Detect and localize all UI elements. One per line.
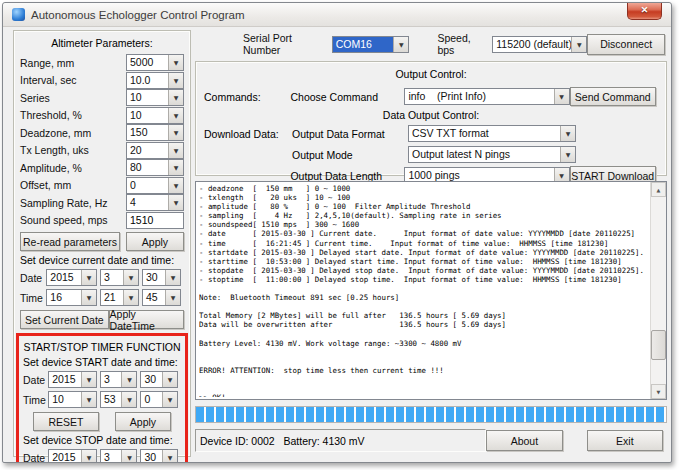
stop-month-select[interactable]: 3▼: [100, 449, 138, 463]
current-month-select[interactable]: 3▼: [100, 269, 139, 286]
exit-button[interactable]: Exit: [587, 430, 663, 451]
close-icon[interactable]: ✕: [627, 3, 662, 20]
start-hour-select[interactable]: 10▼: [48, 391, 97, 408]
start-apply-button[interactable]: Apply: [115, 412, 171, 431]
start-minute-value: 53: [101, 392, 122, 407]
chevron-down-icon[interactable]: ▼: [168, 160, 183, 175]
chevron-down-icon[interactable]: ▼: [162, 392, 177, 407]
disconnect-button[interactable]: Disconnect: [587, 34, 665, 55]
start-day-value: 30: [141, 372, 162, 387]
start-minute-select[interactable]: 53▼: [100, 391, 138, 408]
start-buttons-row: RESET Apply: [23, 412, 181, 431]
choose-command-label: Choose Command: [290, 91, 404, 103]
chevron-down-icon[interactable]: ▼: [554, 89, 569, 104]
footer-row: Device ID: 0002 Battery: 4130 mV About E…: [195, 429, 667, 452]
chevron-down-icon[interactable]: ▼: [162, 372, 177, 387]
start-time-row: Time 10▼ 53▼ 0▼: [23, 390, 181, 409]
chevron-down-icon[interactable]: ▼: [123, 270, 138, 285]
chevron-down-icon[interactable]: ▼: [571, 37, 586, 52]
scroll-down-icon[interactable]: ▼: [651, 384, 666, 399]
command-select[interactable]: info (Print Info)▼: [404, 88, 569, 105]
current-minute-select[interactable]: 21▼: [100, 289, 139, 306]
range-label: Range, mm: [20, 57, 74, 69]
log-text: - deadzone [ 150 mm ] 0 ~ 1000 - txlengt…: [199, 184, 648, 397]
log-scrollbar[interactable]: ▲ ▼: [650, 182, 666, 399]
chevron-down-icon[interactable]: ▼: [121, 450, 136, 463]
chevron-down-icon[interactable]: ▼: [81, 290, 96, 305]
chevron-down-icon[interactable]: ▼: [121, 372, 136, 387]
about-button[interactable]: About: [486, 430, 562, 451]
current-time-row: Time 16▼ 21▼ 45▼: [20, 288, 184, 307]
start-month-value: 3: [101, 372, 122, 387]
chevron-down-icon[interactable]: ▼: [560, 147, 575, 162]
stop-year-select[interactable]: 2015▼: [48, 449, 97, 463]
apply-datetime-button[interactable]: Apply DateTime: [109, 310, 184, 329]
series-select[interactable]: 10▼: [126, 89, 184, 106]
app-icon: [12, 8, 25, 21]
chevron-down-icon[interactable]: ▼: [168, 108, 183, 123]
chevron-down-icon[interactable]: ▼: [121, 392, 136, 407]
chevron-down-icon[interactable]: ▼: [560, 126, 575, 141]
range-value: 5000: [127, 55, 168, 70]
offset-select[interactable]: 0▼: [126, 177, 184, 194]
amplitude-select[interactable]: 80▼: [126, 159, 184, 176]
current-second-select[interactable]: 45▼: [142, 289, 181, 306]
chevron-down-icon[interactable]: ▼: [81, 270, 96, 285]
chevron-down-icon[interactable]: ▼: [81, 450, 96, 463]
start-year-select[interactable]: 2015▼: [48, 371, 97, 388]
chevron-down-icon[interactable]: ▼: [168, 143, 183, 158]
chevron-down-icon[interactable]: ▼: [168, 90, 183, 105]
send-command-button[interactable]: Send Command: [570, 87, 656, 106]
param-row-deadzone: Deadzone, mm 150▼: [20, 124, 184, 142]
chevron-down-icon[interactable]: ▼: [81, 372, 96, 387]
start-month-select[interactable]: 3▼: [100, 371, 138, 388]
stop-date-row: Date 2015▼ 3▼ 30▼: [23, 448, 181, 463]
scroll-up-icon[interactable]: ▲: [651, 182, 666, 197]
set-current-date-button[interactable]: Set Current Date: [20, 310, 109, 329]
threshold-value: 10: [127, 108, 168, 123]
chevron-down-icon[interactable]: ▼: [168, 178, 183, 193]
txlength-select[interactable]: 20▼: [126, 142, 184, 159]
threshold-label: Threshold, %: [20, 109, 82, 121]
range-select[interactable]: 5000▼: [126, 54, 184, 71]
chevron-down-icon[interactable]: ▼: [168, 55, 183, 70]
speed-select[interactable]: 115200 (default)▼: [492, 36, 587, 53]
serial-port-select[interactable]: COM16▼: [332, 36, 410, 53]
data-output-control-heading: Data Output Control:: [196, 109, 666, 121]
current-year-select[interactable]: 2015▼: [46, 269, 97, 286]
output-control-group: Output Control: Commands: Choose Command…: [195, 61, 667, 176]
start-reset-button[interactable]: RESET: [33, 412, 99, 431]
current-hour-select[interactable]: 16▼: [46, 289, 97, 306]
current-month-value: 3: [101, 270, 123, 285]
date-label: Date: [23, 374, 48, 386]
serial-port-label: Serial Port Number: [243, 32, 322, 56]
chevron-down-icon[interactable]: ▼: [123, 290, 138, 305]
log-output-area[interactable]: - deadzone [ 150 mm ] 0 ~ 1000 - txlengt…: [195, 181, 667, 400]
deadzone-select[interactable]: 150▼: [126, 124, 184, 141]
current-day-select[interactable]: 30▼: [142, 269, 181, 286]
reread-parameters-button[interactable]: Re-read parameters: [20, 232, 120, 251]
offset-label: Offset, mm: [20, 179, 71, 191]
interval-select[interactable]: 10.0▼: [126, 72, 184, 89]
chevron-down-icon[interactable]: ▼: [165, 290, 180, 305]
stop-day-select[interactable]: 30▼: [140, 449, 178, 463]
start-day-select[interactable]: 30▼: [140, 371, 178, 388]
apply-parameters-button[interactable]: Apply: [126, 232, 184, 251]
chevron-down-icon[interactable]: ▼: [168, 125, 183, 140]
start-second-value: 0: [141, 392, 162, 407]
chevron-down-icon[interactable]: ▼: [393, 37, 408, 52]
sampling-rate-select[interactable]: 4▼: [126, 194, 184, 211]
sound-speed-input[interactable]: [126, 212, 184, 229]
scrollbar-thumb[interactable]: [651, 330, 666, 360]
chevron-down-icon[interactable]: ▼: [81, 392, 96, 407]
start-second-select[interactable]: 0▼: [140, 391, 178, 408]
threshold-select[interactable]: 10▼: [126, 107, 184, 124]
output-format-select[interactable]: CSV TXT format▼: [408, 125, 576, 142]
chevron-down-icon[interactable]: ▼: [165, 270, 180, 285]
output-mode-select[interactable]: Output latest N pings▼: [408, 146, 576, 163]
deadzone-value: 150: [127, 125, 168, 140]
chevron-down-icon[interactable]: ▼: [168, 195, 183, 210]
title-bar[interactable]: Autonomous Echologger Control Program ✕: [3, 3, 671, 27]
chevron-down-icon[interactable]: ▼: [162, 450, 177, 463]
chevron-down-icon[interactable]: ▼: [168, 73, 183, 88]
